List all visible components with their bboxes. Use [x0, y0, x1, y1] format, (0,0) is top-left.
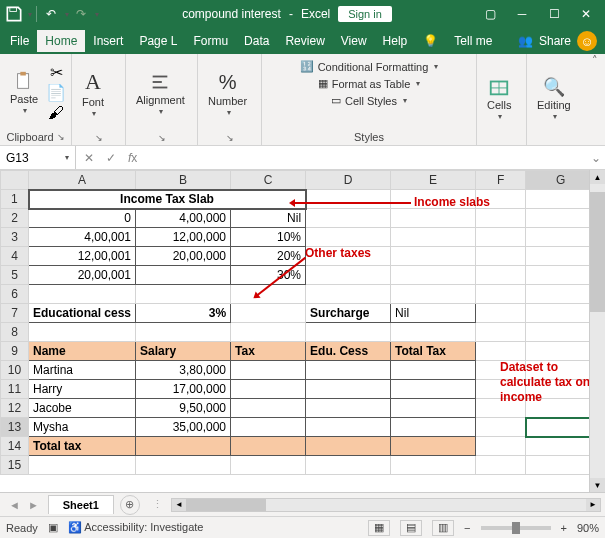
conditional-formatting-button[interactable]: 🔢 Conditional Formatting ▾ [300, 60, 439, 73]
name-box[interactable]: G13▾ [0, 146, 76, 169]
view-normal-icon[interactable]: ▦ [368, 520, 390, 536]
col-header-D[interactable]: D [306, 171, 391, 190]
view-page-break-icon[interactable]: ▥ [432, 520, 454, 536]
cancel-formula-icon[interactable]: ✕ [80, 151, 98, 165]
cell-E13[interactable] [391, 418, 476, 437]
cell-F4[interactable] [476, 247, 526, 266]
cell-A13[interactable]: Mysha [29, 418, 136, 437]
cell-G10[interactable] [526, 361, 596, 380]
cell-G9[interactable] [526, 342, 596, 361]
col-header-B[interactable]: B [136, 171, 231, 190]
cell-D1[interactable] [306, 190, 391, 209]
cell-E1[interactable] [391, 190, 476, 209]
cell-C10[interactable] [231, 361, 306, 380]
cell-E10[interactable] [391, 361, 476, 380]
cell-G14[interactable] [526, 437, 596, 456]
cell-B5[interactable] [136, 266, 231, 285]
cell-F14[interactable] [476, 437, 526, 456]
tab-help[interactable]: Help [375, 30, 416, 52]
new-sheet-button[interactable]: ⊕ [120, 495, 140, 515]
horizontal-scrollbar[interactable]: ◄ ► [171, 498, 601, 512]
ribbon-display-icon[interactable]: ▢ [475, 2, 505, 26]
tab-insert[interactable]: Insert [85, 30, 131, 52]
cell-A5[interactable]: 20,00,001 [29, 266, 136, 285]
cell-A4[interactable]: 12,00,001 [29, 247, 136, 266]
cell-B12[interactable]: 9,50,000 [136, 399, 231, 418]
expand-formula-bar-icon[interactable]: ⌄ [587, 151, 605, 165]
cell-D15[interactable] [306, 456, 391, 475]
cell-A10[interactable]: Martina [29, 361, 136, 380]
share-button[interactable]: Share [539, 34, 571, 48]
cell-E5[interactable] [391, 266, 476, 285]
cell-F2[interactable] [476, 209, 526, 228]
sign-in-button[interactable]: Sign in [338, 6, 392, 22]
save-icon[interactable] [4, 4, 24, 24]
row-header-7[interactable]: 7 [1, 304, 29, 323]
cell-F6[interactable] [476, 285, 526, 304]
cell-C7[interactable] [231, 304, 306, 323]
cell-D6[interactable] [306, 285, 391, 304]
row-header-4[interactable]: 4 [1, 247, 29, 266]
row-header-14[interactable]: 14 [1, 437, 29, 456]
cell-A6[interactable] [29, 285, 136, 304]
row-header-1[interactable]: 1 [1, 190, 29, 209]
cell-E15[interactable] [391, 456, 476, 475]
cell-C11[interactable] [231, 380, 306, 399]
cell-F11[interactable] [476, 380, 526, 399]
cell-D3[interactable] [306, 228, 391, 247]
cell-D13[interactable] [306, 418, 391, 437]
cell-G8[interactable] [526, 323, 596, 342]
paste-button[interactable]: Paste ▾ [6, 68, 42, 117]
cell-F7[interactable] [476, 304, 526, 323]
cell-G5[interactable] [526, 266, 596, 285]
row-header-6[interactable]: 6 [1, 285, 29, 304]
clipboard-dialog-icon[interactable]: ↘ [57, 132, 65, 142]
font-button[interactable]: AFont▾ [78, 67, 108, 120]
tab-home[interactable]: Home [37, 30, 85, 52]
cell-A12[interactable]: Jacobe [29, 399, 136, 418]
cell-D12[interactable] [306, 399, 391, 418]
col-header-F[interactable]: F [476, 171, 526, 190]
cell-F1[interactable] [476, 190, 526, 209]
col-header-G[interactable]: G [526, 171, 596, 190]
grid[interactable]: ABCDEFG1Income Tax Slab204,00,000Nil34,0… [0, 170, 596, 475]
cell-C12[interactable] [231, 399, 306, 418]
minimize-button[interactable]: ─ [507, 2, 537, 26]
cell-A2[interactable]: 0 [29, 209, 136, 228]
cell-B3[interactable]: 12,00,000 [136, 228, 231, 247]
cell-E4[interactable] [391, 247, 476, 266]
cell-C9[interactable]: Tax [231, 342, 306, 361]
maximize-button[interactable]: ☐ [539, 2, 569, 26]
cell-F8[interactable] [476, 323, 526, 342]
cell-E14[interactable] [391, 437, 476, 456]
row-header-10[interactable]: 10 [1, 361, 29, 380]
hscroll-thumb[interactable] [186, 499, 266, 511]
save-dropdown-icon[interactable]: ▾ [28, 10, 32, 19]
format-painter-icon[interactable]: 🖌 [46, 104, 66, 122]
cell-G12[interactable] [526, 399, 596, 418]
cell-B11[interactable]: 17,00,000 [136, 380, 231, 399]
row-header-2[interactable]: 2 [1, 209, 29, 228]
tab-scroll-right-icon[interactable]: ► [25, 499, 42, 511]
cell-D11[interactable] [306, 380, 391, 399]
cell-D14[interactable] [306, 437, 391, 456]
tell-me-bulb-icon[interactable]: 💡 [415, 30, 446, 52]
editing-button[interactable]: 🔍Editing▾ [533, 74, 575, 123]
zoom-level[interactable]: 90% [577, 522, 599, 534]
alignment-dialog-icon[interactable]: ↘ [158, 133, 166, 143]
cell-D9[interactable]: Edu. Cess [306, 342, 391, 361]
cell-D4[interactable] [306, 247, 391, 266]
cell-B4[interactable]: 20,00,000 [136, 247, 231, 266]
tell-me[interactable]: Tell me [446, 30, 500, 52]
cell-G1[interactable] [526, 190, 596, 209]
font-dialog-icon[interactable]: ↘ [95, 133, 103, 143]
cell-B15[interactable] [136, 456, 231, 475]
cell-D8[interactable] [306, 323, 391, 342]
row-header-9[interactable]: 9 [1, 342, 29, 361]
tab-page-layout[interactable]: Page L [131, 30, 185, 52]
cell-B13[interactable]: 35,00,000 [136, 418, 231, 437]
cell-A3[interactable]: 4,00,001 [29, 228, 136, 247]
cell-F15[interactable] [476, 456, 526, 475]
select-all-corner[interactable] [1, 171, 29, 190]
cell-D7[interactable]: Surcharge [306, 304, 391, 323]
